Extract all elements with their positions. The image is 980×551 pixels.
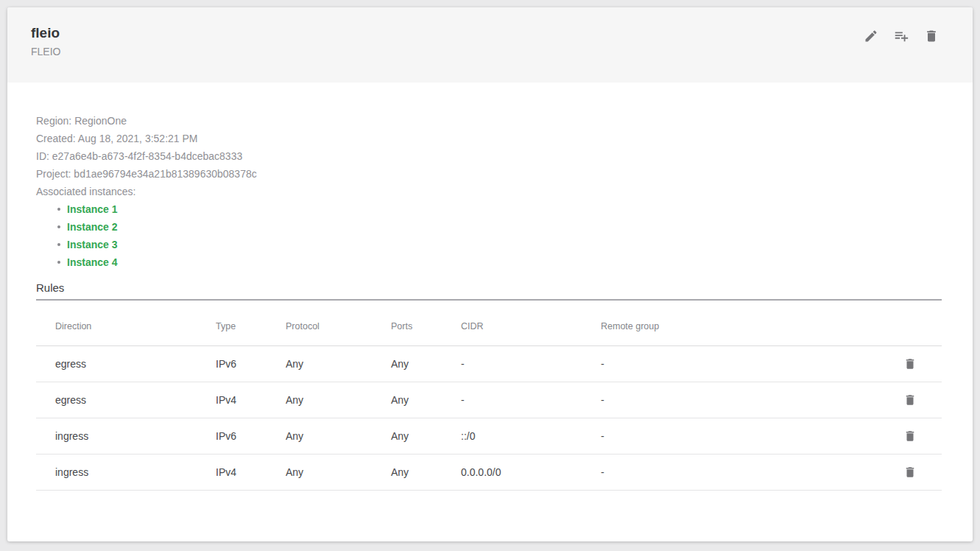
- column-header-type: Type: [216, 321, 286, 331]
- list-item: Instance 3: [67, 236, 942, 253]
- project-label: Project:: [36, 168, 71, 180]
- delete-rule-button[interactable]: [903, 393, 917, 407]
- rules-table: Direction Type Protocol Ports CIDR Remot…: [36, 301, 942, 491]
- table-row: egress IPv6 Any Any - -: [36, 346, 942, 382]
- delete-button[interactable]: [924, 28, 939, 44]
- region-line: Region: RegionOne: [36, 112, 942, 130]
- created-value: Aug 18, 2021, 3:52:21 PM: [78, 133, 198, 144]
- cell-direction: ingress: [36, 430, 216, 442]
- region-value: RegionOne: [74, 115, 127, 127]
- created-label: Created:: [36, 133, 76, 144]
- cell-type: IPv6: [216, 430, 286, 442]
- delete-rule-button[interactable]: [903, 357, 917, 371]
- list-item: Instance 4: [67, 253, 942, 271]
- cell-direction: ingress: [36, 466, 216, 478]
- trash-icon: [903, 357, 917, 371]
- cell-protocol: Any: [286, 394, 391, 406]
- cell-ports: Any: [391, 466, 461, 478]
- cell-cidr: -: [461, 394, 601, 406]
- list-item: Instance 1: [67, 200, 942, 218]
- id-value: e27a6e4b-a673-4f2f-8354-b4dcebac8333: [52, 150, 242, 162]
- title-block: fleio FLEIO: [31, 25, 60, 57]
- project-value: bd1ae96794e34a21b81389630b08378c: [74, 168, 256, 180]
- trash-icon: [903, 393, 917, 407]
- cell-actions: [878, 429, 942, 443]
- instance-list: Instance 1 Instance 2 Instance 3 Instanc…: [36, 200, 942, 271]
- cell-protocol: Any: [286, 358, 391, 370]
- list-item: Instance 2: [67, 218, 942, 236]
- table-row: egress IPv4 Any Any - -: [36, 382, 942, 418]
- id-line: ID: e27a6e4b-a673-4f2f-8354-b4dcebac8333: [36, 147, 942, 165]
- table-row: ingress IPv6 Any Any ::/0 -: [36, 418, 942, 455]
- page-title: fleio: [31, 25, 60, 41]
- cell-remote-group: -: [601, 430, 878, 442]
- cell-type: IPv4: [216, 394, 286, 406]
- cell-ports: Any: [391, 394, 461, 406]
- column-header-protocol: Protocol: [286, 321, 391, 331]
- column-header-cidr: CIDR: [461, 321, 601, 331]
- cell-type: IPv4: [216, 466, 286, 478]
- edit-button[interactable]: [864, 28, 878, 44]
- card-header: fleio FLEIO: [7, 7, 973, 83]
- rules-table-header: Direction Type Protocol Ports CIDR Remot…: [36, 301, 942, 346]
- instance-link-1[interactable]: Instance 1: [67, 203, 117, 215]
- cell-ports: Any: [391, 430, 461, 442]
- cell-remote-group: -: [601, 466, 878, 478]
- region-label: Region:: [36, 115, 71, 127]
- cell-actions: [878, 357, 942, 371]
- cell-remote-group: -: [601, 358, 878, 370]
- cell-protocol: Any: [286, 430, 391, 442]
- trash-icon: [903, 466, 917, 479]
- delete-rule-button[interactable]: [903, 429, 917, 443]
- cell-actions: [878, 393, 942, 407]
- associated-instances-label: Associated instances:: [36, 183, 942, 200]
- cell-cidr: -: [461, 358, 601, 370]
- page-background: fleio FLEIO Region: RegionOne: [0, 0, 980, 551]
- cell-cidr: 0.0.0.0/0: [461, 466, 601, 478]
- page-subtitle: FLEIO: [31, 46, 60, 57]
- id-label: ID:: [36, 150, 49, 162]
- column-header-ports: Ports: [391, 321, 461, 331]
- cell-direction: egress: [36, 394, 216, 406]
- details-block: Region: RegionOne Created: Aug 18, 2021,…: [36, 112, 942, 200]
- instance-link-4[interactable]: Instance 4: [67, 256, 117, 268]
- add-rule-button[interactable]: [893, 28, 909, 44]
- rules-section-title: Rules: [36, 281, 942, 301]
- cell-cidr: ::/0: [461, 430, 601, 442]
- table-row: ingress IPv4 Any Any 0.0.0.0/0 -: [36, 455, 942, 491]
- instance-link-3[interactable]: Instance 3: [67, 239, 117, 250]
- instance-link-2[interactable]: Instance 2: [67, 221, 117, 233]
- cell-actions: [878, 466, 942, 479]
- card-body: Region: RegionOne Created: Aug 18, 2021,…: [7, 83, 973, 491]
- trash-icon: [903, 429, 917, 443]
- trash-icon: [924, 29, 939, 43]
- pencil-icon: [864, 29, 878, 43]
- delete-rule-button[interactable]: [903, 466, 917, 479]
- created-line: Created: Aug 18, 2021, 3:52:21 PM: [36, 130, 942, 147]
- cell-type: IPv6: [216, 358, 286, 370]
- cell-protocol: Any: [286, 466, 391, 478]
- cell-ports: Any: [391, 358, 461, 370]
- project-line: Project: bd1ae96794e34a21b81389630b08378…: [36, 165, 942, 183]
- column-header-remote-group: Remote group: [601, 321, 878, 331]
- column-header-direction: Direction: [36, 321, 216, 331]
- playlist-add-icon: [893, 28, 909, 44]
- cell-remote-group: -: [601, 394, 878, 406]
- security-group-card: fleio FLEIO Region: RegionOne: [7, 7, 973, 541]
- cell-direction: egress: [36, 358, 216, 370]
- header-actions: [864, 28, 939, 44]
